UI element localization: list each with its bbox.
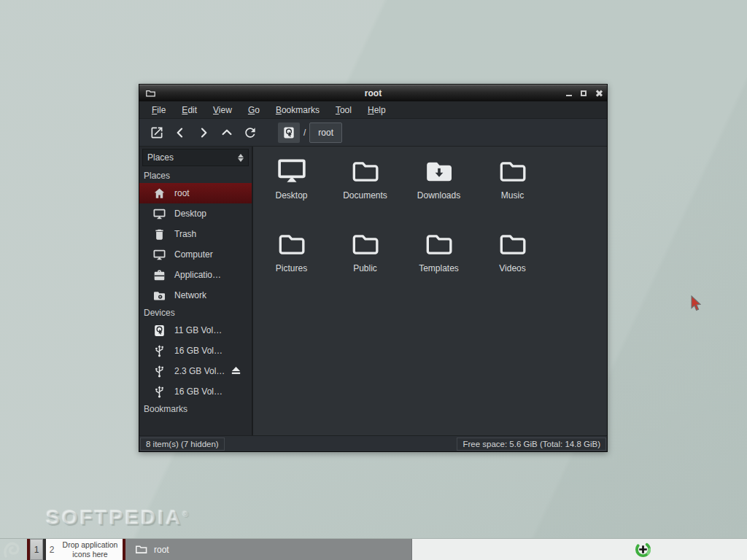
folder-icon (422, 230, 456, 259)
reload-icon (243, 125, 258, 140)
network-folder-icon (152, 289, 166, 303)
menu-go[interactable]: Go (241, 103, 266, 117)
menu-edit[interactable]: Edit (175, 103, 204, 117)
section-label-places: Places (139, 168, 252, 183)
forward-icon (196, 125, 211, 140)
window-title: root (139, 88, 607, 98)
file-downloads[interactable]: Downloads (402, 154, 476, 227)
back-button[interactable] (169, 122, 192, 144)
taskbar-start-area[interactable] (0, 539, 27, 560)
titlebar[interactable]: root (139, 85, 607, 101)
file-desktop[interactable]: Desktop (255, 154, 328, 227)
monitor-icon (274, 155, 309, 187)
reload-button[interactable] (239, 122, 262, 144)
home-icon (152, 187, 166, 201)
taskbar-empty-area (412, 539, 747, 560)
folder-icon (349, 230, 382, 259)
eject-button[interactable] (230, 365, 242, 377)
sidebar-item-network[interactable]: Network (139, 285, 252, 306)
file-music[interactable]: Music (476, 154, 549, 227)
workspace-2-button[interactable]: 2 (46, 539, 58, 560)
path-bar: / root (278, 122, 342, 143)
open-new-window-icon (150, 125, 164, 140)
sidebar-item-applications[interactable]: Applicatio… (139, 265, 252, 285)
menu-tool[interactable]: Tool (329, 103, 358, 117)
folder-icon (275, 230, 309, 259)
combo-value: Places (147, 152, 174, 163)
disk-drive-icon (282, 125, 296, 140)
sidebar-item-volume-16gb-b[interactable]: 16 GB Vol… (139, 381, 252, 402)
usb-icon (152, 344, 166, 358)
workspace-1-button[interactable]: 1 (30, 539, 43, 560)
toolbox-icon (152, 268, 166, 282)
minimize-button[interactable] (565, 90, 573, 98)
forward-button[interactable] (192, 122, 215, 144)
sidebar-item-computer[interactable]: Computer (139, 244, 252, 265)
registered-mark: ® (182, 510, 190, 518)
status-items-count: 8 item(s) (7 hidden) (140, 438, 225, 451)
status-free-space: Free space: 5.6 GiB (Total: 14.8 GiB) (457, 438, 606, 451)
ibar-drop-hint[interactable]: Drop application icons here (58, 539, 123, 560)
spinner-arrows-icon[interactable] (238, 154, 244, 162)
sidebar-item-volume-11gb[interactable]: 11 GB Vol… (139, 320, 252, 341)
task-button-root[interactable]: root (125, 539, 412, 560)
file-templates[interactable]: Templates (402, 227, 476, 300)
path-separator: / (303, 128, 306, 138)
usb-icon (152, 365, 166, 378)
moksha-swirl-icon (0, 539, 25, 560)
path-root-button[interactable] (278, 122, 300, 143)
new-window-button[interactable] (145, 122, 169, 144)
file-videos[interactable]: Videos (476, 227, 549, 300)
mouse-cursor (690, 295, 702, 313)
section-label-devices: Devices (139, 306, 252, 320)
sidebar-item-trash[interactable]: Trash (139, 224, 252, 244)
file-manager-window: root File Edit View Go Bookmarks Tool He… (139, 84, 608, 452)
trash-icon (152, 228, 166, 241)
up-button[interactable] (215, 122, 239, 144)
folder-icon (349, 157, 382, 186)
taskbar: 1 2 Drop application icons here root (0, 538, 747, 560)
menu-help[interactable]: Help (361, 103, 392, 117)
sidebar-item-root[interactable]: root (139, 183, 252, 203)
file-documents[interactable]: Documents (328, 154, 402, 227)
menu-file[interactable]: File (145, 103, 172, 117)
file-pictures[interactable]: Pictures (255, 227, 328, 300)
sidebar: Places Places root Desktop (139, 147, 253, 435)
monitor-icon (152, 207, 166, 221)
software-update-icon[interactable] (635, 541, 651, 558)
disk-drive-icon (152, 324, 166, 338)
close-button[interactable] (595, 90, 603, 98)
path-current-button[interactable]: root (309, 122, 342, 143)
statusbar: 8 item(s) (7 hidden) Free space: 5.6 GiB… (139, 435, 607, 451)
folder-icon (496, 157, 530, 186)
back-icon (173, 125, 187, 140)
sidebar-item-desktop[interactable]: Desktop (139, 203, 252, 224)
file-public[interactable]: Public (328, 227, 402, 300)
monitor-icon (152, 248, 166, 262)
usb-icon (152, 385, 166, 399)
menubar: File Edit View Go Bookmarks Tool Help (139, 101, 607, 119)
menu-bookmarks[interactable]: Bookmarks (269, 103, 326, 117)
file-view[interactable]: Desktop Documents Downloads (253, 147, 607, 435)
section-label-bookmarks: Bookmarks (139, 402, 252, 416)
maximize-button[interactable] (580, 90, 588, 98)
toolbar: / root (139, 119, 607, 147)
sidebar-item-volume-16gb-a[interactable]: 16 GB Vol… (139, 341, 252, 361)
up-icon (220, 125, 234, 140)
softpedia-watermark: SOFTPEDIA® (46, 506, 190, 529)
sidebar-mode-combo[interactable]: Places (142, 149, 249, 166)
folder-icon (496, 230, 530, 259)
sidebar-item-volume-2gb[interactable]: 2.3 GB Vol… (139, 361, 252, 381)
folder-download-icon (422, 157, 456, 186)
folder-icon (135, 544, 147, 555)
menu-view[interactable]: View (206, 103, 239, 117)
